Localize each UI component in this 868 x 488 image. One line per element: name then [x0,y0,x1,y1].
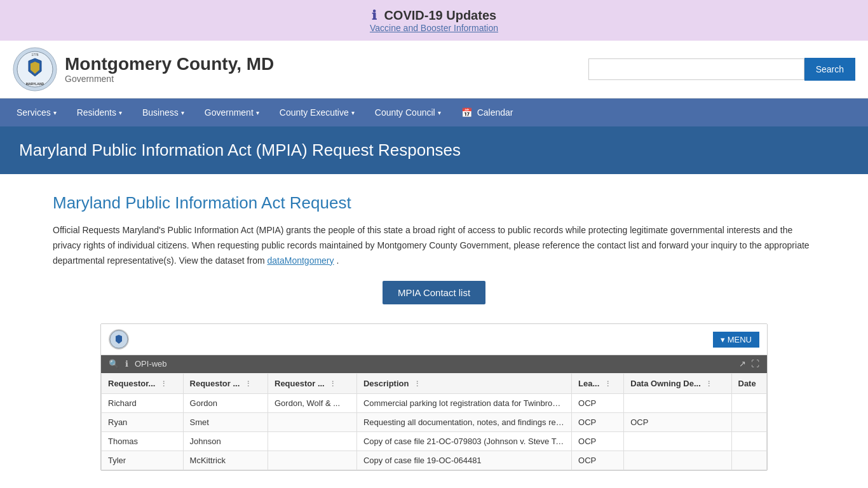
widget-header: ▾ MENU [101,324,767,355]
table-cell: Copy of case file 19-OC-064481 [356,451,571,470]
nav-government[interactable]: Government ▾ [194,98,269,126]
sort-icon-3: ⋮ [414,380,421,388]
search-button[interactable]: Search [804,58,855,81]
table-scroll-container: Requestor... ⋮ Requestor ... ⋮ Requestor… [101,373,767,470]
table-cell: Smet [183,413,268,432]
site-header: MARYLAND 1776 Montgomery County, MD Gove… [0,41,868,98]
sort-icon-4: ⋮ [604,380,611,388]
table-cell [731,413,767,432]
table-cell: McKittrick [183,451,268,470]
chevron-down-icon: ▾ [256,109,259,116]
svg-text:1776: 1776 [31,53,38,57]
col-header-6[interactable]: Date [731,374,767,394]
sort-icon-1: ⋮ [245,380,252,388]
calendar-icon: 📅 [461,107,472,118]
content-body: Official Requests Maryland's Public Info… [53,223,815,268]
toolbar-expand-icon[interactable]: ⛶ [751,359,759,369]
widget-container: ▾ MENU 🔍 ℹ OPI-web ↗ ⛶ Requestor... ⋮ [100,323,768,471]
table-cell: Richard [102,394,184,413]
table-cell: Tyler [102,451,184,470]
table-cell: Copy of case file 21-OC-079803 (Johnson … [356,432,571,451]
chevron-down-icon: ▾ [181,109,184,116]
site-logo: MARYLAND 1776 [13,47,57,92]
sort-icon-5: ⋮ [705,380,712,388]
table-cell [624,451,731,470]
table-row: RichardGordonGordon, Wolf & ...Commercia… [102,394,767,413]
table-cell [268,451,357,470]
table-cell [268,413,357,432]
table-cell: Ryan [102,413,184,432]
table-cell [624,432,731,451]
table-cell: Requesting all documentation, notes, and… [356,413,571,432]
info-icon: ℹ [372,8,377,22]
main-content: Maryland Public Information Act Request … [27,174,841,488]
table-cell [731,432,767,451]
table-cell: OCP [572,432,624,451]
covid-subtitle-link[interactable]: Vaccine and Booster Information [8,23,860,33]
nav-county-executive[interactable]: County Executive ▾ [269,98,365,126]
toolbar-info-icon[interactable]: ℹ [125,359,128,369]
site-name: Montgomery County, MD [65,55,274,74]
table-row: ThomasJohnsonCopy of case file 21-OC-079… [102,432,767,451]
col-header-3[interactable]: Description ⋮ [356,374,571,394]
nav-business[interactable]: Business ▾ [132,98,194,126]
data-table: Requestor... ⋮ Requestor ... ⋮ Requestor… [101,373,767,470]
col-header-0[interactable]: Requestor... ⋮ [102,374,184,394]
chevron-down-icon: ▾ [119,109,122,116]
chevron-down-icon: ▾ [351,109,355,116]
table-header-row: Requestor... ⋮ Requestor ... ⋮ Requestor… [102,374,767,394]
toolbar-right-actions: ↗ ⛶ [739,359,759,369]
mpia-contact-button[interactable]: MPIA Contact list [383,281,485,304]
svg-text:MARYLAND: MARYLAND [26,82,44,86]
sort-icon-0: ⋮ [160,380,167,388]
table-cell [624,394,731,413]
sort-icon-2: ⋮ [329,380,336,388]
table-cell: OCP [624,413,731,432]
table-cell: Gordon [183,394,268,413]
covid-banner: ℹ COVID-19 Updates Vaccine and Booster I… [0,0,868,41]
main-nav: Services ▾ Residents ▾ Business ▾ Govern… [0,98,868,126]
chevron-down-icon: ▾ [438,109,441,116]
search-area: Search [588,58,855,81]
table-row: RyanSmetRequesting all documentation, no… [102,413,767,432]
nav-residents[interactable]: Residents ▾ [67,98,132,126]
widget-logo [109,329,129,349]
nav-county-council[interactable]: County Council ▾ [365,98,451,126]
col-header-4[interactable]: Lea... ⋮ [572,374,624,394]
table-cell: Commercial parking lot registration data… [356,394,571,413]
widget-menu-button[interactable]: ▾ MENU [713,332,759,348]
table-cell: OCP [572,394,624,413]
search-input[interactable] [588,58,804,80]
table-cell: Johnson [183,432,268,451]
col-header-2[interactable]: Requestor ... ⋮ [268,374,357,394]
table-cell [268,432,357,451]
toolbar-search-icon[interactable]: 🔍 [109,359,119,369]
site-branding: MARYLAND 1776 Montgomery County, MD Gove… [13,47,274,92]
col-header-1[interactable]: Requestor ... ⋮ [183,374,268,394]
datamontgomery-link[interactable]: dataMontgomery [267,255,334,266]
table-row: TylerMcKittrickCopy of case file 19-OC-0… [102,451,767,470]
table-cell [731,451,767,470]
table-cell: Thomas [102,432,184,451]
chevron-down-icon: ▾ [53,109,57,116]
nav-calendar[interactable]: 📅 Calendar [451,98,524,126]
table-cell: OCP [572,413,624,432]
covid-title: ℹ COVID-19 Updates [8,8,860,23]
site-tagline: Government [65,74,274,84]
toolbar-source-label: OPI-web [135,359,167,369]
table-cell: OCP [572,451,624,470]
page-title: Maryland Public Information Act (MPIA) R… [19,140,849,160]
page-title-banner: Maryland Public Information Act (MPIA) R… [0,126,868,174]
col-header-5[interactable]: Data Owning De... ⋮ [624,374,731,394]
content-heading: Maryland Public Information Act Request [53,193,815,213]
nav-services[interactable]: Services ▾ [6,98,67,126]
widget-toolbar: 🔍 ℹ OPI-web ↗ ⛶ [101,355,767,373]
table-cell [731,394,767,413]
toolbar-share-icon[interactable]: ↗ [739,359,746,369]
table-cell: Gordon, Wolf & ... [268,394,357,413]
